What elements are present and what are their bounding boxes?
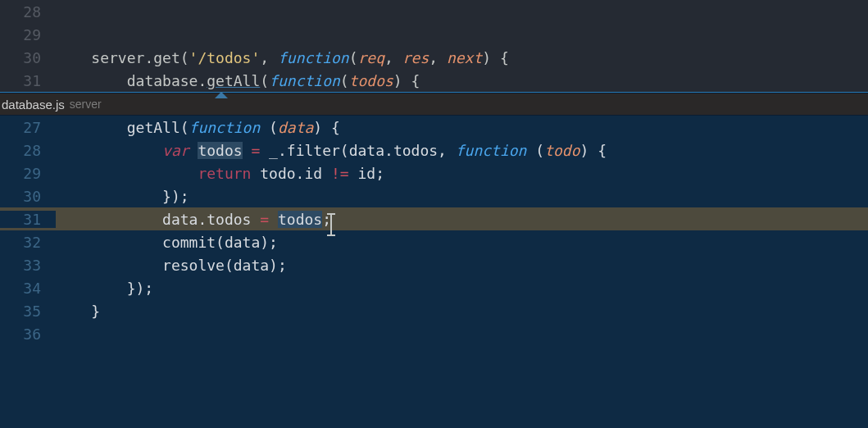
code-content[interactable]: });	[56, 188, 868, 205]
code-line[interactable]: 31 data.todos = todos;	[0, 207, 868, 230]
code-token: (	[180, 119, 189, 136]
code-token: ,	[384, 49, 402, 66]
code-token	[243, 142, 252, 159]
line-number: 33	[0, 257, 56, 274]
code-line[interactable]: 27 getAll(function (data) {	[0, 116, 868, 139]
line-number: 29	[0, 165, 56, 182]
code-token	[269, 211, 278, 228]
code-token	[189, 142, 198, 159]
code-token: var	[162, 142, 189, 159]
code-line[interactable]: 28 var todos = _.filter(data.todos, func…	[0, 139, 868, 162]
line-number: 27	[0, 119, 56, 136]
outer-editor[interactable]: 282930 server.get('/todos', function(req…	[0, 0, 868, 92]
code-token: ;	[375, 165, 384, 182]
code-token	[56, 211, 162, 228]
code-token: get	[153, 49, 180, 66]
code-token: ) {	[482, 49, 509, 66]
code-token: getAll	[207, 72, 260, 89]
code-token: data	[349, 142, 384, 159]
code-token: todo	[251, 165, 295, 182]
code-line[interactable]: 32 commit(data);	[0, 230, 868, 253]
code-token: resolve	[162, 257, 225, 274]
code-line[interactable]: 34 });	[0, 276, 868, 299]
code-line[interactable]: 30 });	[0, 184, 868, 207]
code-content[interactable]: return todo.id != id;	[56, 165, 868, 182]
code-token: todo	[544, 142, 579, 159]
code-token: todos	[207, 211, 260, 228]
code-token: data	[162, 211, 198, 228]
code-token: ) {	[313, 119, 340, 136]
line-number: 34	[0, 280, 56, 297]
code-token	[56, 119, 127, 136]
code-token: (	[180, 49, 189, 66]
code-token: (	[260, 119, 278, 136]
code-token: ) {	[393, 72, 420, 89]
line-number: 31	[0, 211, 56, 228]
code-token: return	[198, 165, 251, 182]
code-token: =	[260, 211, 269, 228]
peek-editor[interactable]: 27 getAll(function (data) {28 var todos …	[0, 116, 868, 428]
code-token: (	[260, 72, 269, 89]
code-content[interactable]: resolve(data);	[56, 257, 868, 274]
code-line[interactable]: 29	[0, 23, 868, 46]
code-token	[56, 49, 91, 66]
code-token: .	[278, 142, 287, 159]
code-token: (	[216, 234, 225, 251]
code-token: =	[251, 142, 260, 159]
code-token: res	[402, 49, 429, 66]
code-token: id	[304, 165, 331, 182]
code-token: (	[340, 142, 349, 159]
code-content[interactable]: data.todos = todos;	[56, 211, 868, 228]
code-token: .	[296, 165, 305, 182]
code-line[interactable]: 36	[0, 322, 868, 345]
code-line[interactable]: 28	[0, 0, 868, 23]
code-content[interactable]: getAll(function (data) {	[56, 119, 868, 136]
code-line[interactable]: 29 return todo.id != id;	[0, 162, 868, 184]
code-line[interactable]: 30 server.get('/todos', function(req, re…	[0, 46, 868, 69]
code-token: function	[269, 72, 340, 89]
code-content[interactable]: });	[56, 280, 868, 297]
peek-file-name[interactable]: database.js	[2, 98, 65, 112]
line-number: 28	[0, 3, 56, 20]
code-token: commit	[162, 234, 216, 251]
code-token: function	[189, 119, 261, 136]
code-token	[56, 257, 162, 274]
code-token: });	[56, 280, 153, 297]
code-token: server	[91, 49, 144, 66]
line-number: 28	[0, 142, 56, 159]
code-token: '/todos'	[189, 49, 261, 66]
code-token	[56, 142, 162, 159]
code-token: );	[269, 257, 287, 274]
code-token: (	[225, 257, 234, 274]
code-token	[56, 165, 198, 182]
code-token: todos	[349, 72, 393, 89]
code-token: function	[456, 142, 527, 159]
code-token: (	[526, 142, 544, 159]
code-token: data	[225, 234, 260, 251]
code-token: });	[56, 188, 189, 205]
code-token: .	[198, 72, 207, 89]
code-content[interactable]: database.getAll(function(todos) {	[56, 72, 868, 89]
line-number: 30	[0, 188, 56, 205]
code-token: );	[260, 234, 278, 251]
code-token	[56, 72, 127, 89]
line-number: 36	[0, 326, 56, 343]
code-token: database	[127, 72, 198, 89]
code-token	[56, 234, 162, 251]
code-token: todos	[393, 142, 438, 159]
code-content[interactable]: }	[56, 303, 868, 320]
code-line[interactable]: 35 }	[0, 299, 868, 322]
code-token: .	[144, 49, 153, 66]
code-token: (	[349, 49, 358, 66]
peek-pointer-icon	[215, 92, 228, 98]
code-token: function	[278, 49, 349, 66]
code-line[interactable]: 33 resolve(data);	[0, 253, 868, 276]
code-token: id	[349, 165, 376, 182]
code-content[interactable]: commit(data);	[56, 234, 868, 251]
code-content[interactable]: var todos = _.filter(data.todos, functio…	[56, 142, 868, 159]
code-content[interactable]: server.get('/todos', function(req, res, …	[56, 49, 868, 66]
code-line[interactable]: 31 database.getAll(function(todos) {	[0, 69, 868, 92]
code-token: (	[340, 72, 349, 89]
line-number: 29	[0, 26, 56, 43]
peek-header[interactable]: database.js server	[0, 93, 868, 116]
